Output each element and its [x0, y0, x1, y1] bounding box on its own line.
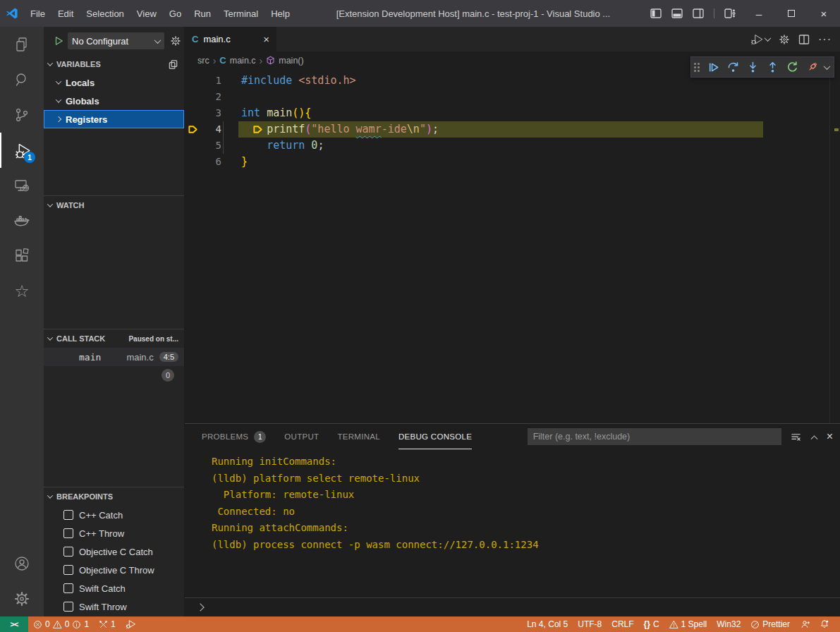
breakpoint-gutter[interactable]: [185, 138, 205, 154]
step-into-button[interactable]: [743, 58, 762, 76]
debug-config-dropdown[interactable]: No Configurat: [68, 32, 164, 49]
feedback-icon[interactable]: [795, 616, 815, 632]
formatter-status[interactable]: Prettier: [745, 616, 795, 632]
breakpoint-gutter[interactable]: [185, 105, 205, 121]
customize-layout-icon[interactable]: [724, 8, 736, 18]
code-editor[interactable]: 1#include <stdio.h>23int main(){4 printf…: [185, 69, 840, 423]
platform-status[interactable]: Win32: [712, 616, 745, 632]
editor-settings-gear-icon[interactable]: [779, 34, 790, 45]
account-icon[interactable]: [0, 546, 44, 581]
line-content[interactable]: [241, 89, 840, 105]
line-number[interactable]: 6: [205, 154, 221, 170]
panel-tab-terminal[interactable]: TERMINAL: [337, 424, 380, 449]
menu-file[interactable]: File: [24, 6, 51, 22]
docker-icon[interactable]: [0, 203, 44, 238]
breakpoint-row[interactable]: C++ Throw: [44, 524, 184, 542]
extensions-icon[interactable]: [0, 238, 44, 274]
menu-edit[interactable]: Edit: [51, 6, 80, 22]
breakpoint-gutter[interactable]: [185, 121, 205, 138]
line-number[interactable]: 2: [205, 89, 221, 105]
menu-go[interactable]: Go: [163, 6, 188, 22]
continue-button[interactable]: [704, 58, 722, 76]
panel-tab-debug-console[interactable]: DEBUG CONSOLE: [398, 424, 472, 449]
line-number[interactable]: 5: [205, 138, 221, 154]
close-panel-icon[interactable]: ×: [827, 430, 833, 443]
copy-icon[interactable]: [168, 59, 178, 70]
breadcrumb-symbol[interactable]: main(): [279, 56, 303, 66]
toggle-sidebar-icon[interactable]: [650, 8, 662, 18]
tab-main-c[interactable]: C main.c ×: [185, 27, 276, 51]
breakpoint-row[interactable]: Swift Catch: [44, 579, 184, 597]
breakpoint-checkbox[interactable]: [63, 547, 73, 557]
search-icon[interactable]: [0, 62, 44, 97]
menu-terminal[interactable]: Terminal: [217, 6, 264, 22]
breakpoint-checkbox[interactable]: [63, 602, 73, 612]
breakpoint-row[interactable]: Objective C Throw: [44, 561, 184, 579]
breakpoint-gutter[interactable]: [185, 154, 205, 170]
close-button[interactable]: ×: [808, 0, 840, 27]
breakpoint-checkbox[interactable]: [63, 583, 73, 593]
breakpoint-row[interactable]: C++ Catch: [44, 506, 184, 524]
run-or-debug-icon[interactable]: [750, 33, 770, 46]
start-debugging-icon[interactable]: [54, 36, 63, 46]
encoding[interactable]: UTF-8: [573, 616, 607, 632]
watch-header[interactable]: WATCH: [44, 196, 184, 214]
debug-console-input[interactable]: [185, 597, 840, 616]
call-stack-header[interactable]: CALL STACK Paused on st...: [44, 329, 184, 348]
line-number[interactable]: 3: [205, 105, 221, 121]
tasks-status[interactable]: 1: [94, 616, 121, 632]
breakpoint-row[interactable]: Objective C Catch: [44, 542, 184, 561]
variables-item-locals[interactable]: Locals: [44, 73, 184, 92]
minimize-button[interactable]: –: [743, 0, 775, 27]
more-debug-actions-icon[interactable]: [824, 63, 831, 70]
split-editor-icon[interactable]: [798, 34, 810, 45]
breakpoint-gutter[interactable]: [185, 89, 205, 105]
breadcrumb-file[interactable]: main.c: [230, 56, 256, 66]
breadcrumb-folder[interactable]: src: [197, 56, 209, 66]
line-content[interactable]: printf("hello wamr-ide\n");: [241, 121, 840, 138]
variables-item-registers[interactable]: Registers: [44, 110, 184, 128]
notifications-bell-icon[interactable]: [815, 616, 834, 632]
explorer-icon[interactable]: [0, 27, 44, 62]
menu-selection[interactable]: Selection: [80, 6, 130, 22]
restart-button[interactable]: [783, 58, 801, 76]
drag-handle-icon[interactable]: [694, 63, 700, 72]
line-number[interactable]: 4: [205, 121, 221, 138]
line-content[interactable]: }: [241, 154, 840, 170]
remote-explorer-icon[interactable]: [0, 168, 44, 203]
star-extension-icon[interactable]: ☆: [0, 274, 44, 309]
console-filter-input[interactable]: [528, 428, 781, 445]
language-mode[interactable]: {} C: [639, 616, 664, 632]
scrollbar-track[interactable]: [829, 69, 830, 423]
breakpoint-checkbox[interactable]: [63, 528, 73, 538]
toggle-secondary-sidebar-icon[interactable]: [693, 8, 704, 18]
cursor-position[interactable]: Ln 4, Col 5: [522, 616, 573, 632]
problems-status[interactable]: 0 0 1: [28, 616, 94, 632]
eol-sequence[interactable]: CRLF: [607, 616, 638, 632]
step-out-button[interactable]: [763, 58, 781, 76]
disconnect-button[interactable]: [803, 58, 821, 76]
settings-gear-icon[interactable]: [0, 581, 44, 616]
more-actions-icon[interactable]: ···: [818, 33, 832, 46]
toggle-panel-icon[interactable]: [671, 8, 683, 18]
clear-console-icon[interactable]: [790, 432, 802, 442]
maximize-panel-icon[interactable]: [810, 435, 817, 442]
step-over-button[interactable]: [724, 58, 742, 76]
variables-header[interactable]: VARIABLES: [44, 55, 184, 73]
menu-view[interactable]: View: [130, 6, 163, 22]
maximize-button[interactable]: [775, 0, 808, 27]
remote-indicator[interactable]: ><: [0, 616, 28, 632]
run-and-debug-icon[interactable]: 1: [0, 133, 44, 168]
line-number[interactable]: 1: [205, 73, 221, 89]
menu-run[interactable]: Run: [188, 6, 217, 22]
breakpoint-checkbox[interactable]: [63, 510, 73, 520]
breakpoint-checkbox[interactable]: [63, 565, 73, 575]
breakpoint-row[interactable]: Swift Throw: [44, 597, 184, 616]
line-content[interactable]: int main(){: [241, 105, 840, 121]
open-launch-json-gear-icon[interactable]: [170, 35, 181, 47]
line-content[interactable]: return 0;: [241, 138, 840, 154]
source-control-icon[interactable]: [0, 97, 44, 133]
breakpoints-header[interactable]: BREAKPOINTS: [44, 487, 184, 506]
panel-tab-output[interactable]: OUTPUT: [284, 424, 319, 449]
breakpoint-gutter[interactable]: [185, 73, 205, 89]
